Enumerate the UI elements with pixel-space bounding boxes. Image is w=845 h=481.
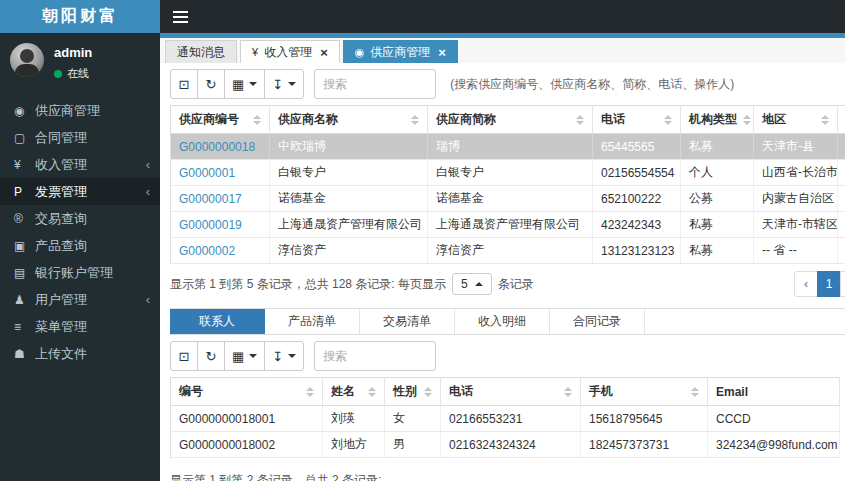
- sidebar-item-bank-accounts[interactable]: ▤ 银行账户管理: [0, 259, 160, 286]
- top-navbar: [160, 0, 845, 33]
- avatar[interactable]: [10, 43, 44, 77]
- sidebar-item-users[interactable]: ♟ 用户管理 ‹: [0, 286, 160, 313]
- supplier-code-link[interactable]: G0000001: [179, 166, 235, 180]
- sort-icon: [306, 387, 314, 397]
- sidebar-item-transactions[interactable]: ® 交易查询: [0, 205, 160, 232]
- menu-lines-icon: ≡: [14, 320, 35, 334]
- cell-mobile: 15618795645: [581, 406, 708, 432]
- user-name: admin: [54, 45, 92, 60]
- supplier-code-link[interactable]: G00000019: [179, 218, 242, 232]
- column-header-contact-phone[interactable]: 电话: [441, 377, 581, 406]
- column-header-contact-code[interactable]: 编号: [170, 377, 323, 406]
- cell-org-type: 个人: [681, 160, 754, 186]
- export-button[interactable]: ↧: [264, 341, 304, 371]
- shield-icon: ☗: [14, 347, 35, 361]
- refresh-icon: ↻: [206, 77, 217, 92]
- column-header-mobile[interactable]: 手机: [581, 377, 708, 406]
- sidebar-item-suppliers[interactable]: ◉ 供应商管理: [0, 97, 160, 124]
- supplier-row[interactable]: G00000019 上海通晟资产管理有限公司 上海通晟资产管理有限公司 4232…: [170, 212, 845, 238]
- contact-row[interactable]: G0000000018001 刘瑛 女 02166553231 15618795…: [170, 406, 840, 432]
- cell-supplier-short-name: 白银专户: [428, 160, 593, 186]
- column-header-region[interactable]: 地区: [754, 105, 838, 134]
- tab-notifications[interactable]: 通知消息: [165, 40, 237, 63]
- columns-button[interactable]: ▦: [224, 341, 265, 371]
- column-header-phone[interactable]: 电话: [593, 105, 681, 134]
- column-header-supplier-code[interactable]: 供应商编号: [170, 105, 270, 134]
- cell-org-type: 公募: [681, 186, 754, 212]
- detail-tab-bar: 联系人 产品清单 交易清单 收入明细 合同记录: [170, 308, 845, 335]
- sidebar-item-upload[interactable]: ☗ 上传文件: [0, 340, 160, 367]
- cell-email: 324234@998fund.com: [708, 432, 840, 458]
- cell-phone: 423242343: [593, 212, 681, 238]
- export-icon: ↧: [272, 77, 283, 92]
- contact-search-input[interactable]: [314, 341, 436, 371]
- app-window: 朝阳财富 admin 在线 ◉ 供应商管理 ▢ 合同管理 ¥ 收: [0, 0, 845, 481]
- detail-tab-products[interactable]: 产品清单: [265, 309, 360, 334]
- refresh-button[interactable]: ↻: [197, 341, 225, 371]
- column-header-email[interactable]: Email: [708, 377, 840, 406]
- export-button[interactable]: ↧: [264, 69, 304, 99]
- detail-tab-contracts[interactable]: 合同记录: [550, 309, 645, 334]
- brand-logo[interactable]: 朝阳财富: [0, 0, 160, 33]
- contact-pagination-info: 显示第 1 到第 2 条记录，总共 2 条记录:: [170, 472, 845, 481]
- column-header-supplier-short-name[interactable]: 供应商简称: [428, 105, 593, 134]
- contact-row[interactable]: G0000000018002 刘地方 男 0216324324324 18245…: [170, 432, 840, 458]
- close-icon[interactable]: ×: [320, 46, 328, 59]
- sidebar-item-menus[interactable]: ≡ 菜单管理: [0, 313, 160, 340]
- sidebar-item-label: 供应商管理: [35, 102, 100, 120]
- supplier-row[interactable]: G0000001 白银专户 白银专户 02156554554 个人 山西省-长治…: [170, 160, 845, 186]
- prev-page-button[interactable]: ‹: [794, 271, 818, 297]
- cell-operator: admin: [838, 212, 845, 238]
- sidebar-item-products[interactable]: ▣ 产品查询: [0, 232, 160, 259]
- column-header-gender[interactable]: 性别: [385, 377, 441, 406]
- contact-toolbar: ⊡ ↻ ▦ ↧: [170, 341, 845, 371]
- tab-suppliers[interactable]: ◉ 供应商管理 ×: [343, 40, 458, 63]
- supplier-code-link[interactable]: G0000000018: [179, 140, 255, 154]
- sidebar-item-invoices[interactable]: P 发票管理 ‹: [0, 178, 160, 205]
- column-header-supplier-name[interactable]: 供应商名称: [270, 105, 428, 134]
- cell-contact-name: 刘地方: [323, 432, 385, 458]
- supplier-code-link[interactable]: G0000002: [179, 244, 235, 258]
- hamburger-menu-icon[interactable]: [173, 11, 188, 23]
- toggle-view-button[interactable]: ⊡: [170, 341, 198, 371]
- supplier-row[interactable]: G0000000018 中欧瑞博 瑞博 65445565 私募 天津市-县 ad…: [170, 134, 845, 160]
- detail-tab-income[interactable]: 收入明细: [455, 309, 550, 334]
- page-size-dropdown[interactable]: 5: [452, 273, 492, 295]
- close-icon[interactable]: ×: [438, 46, 446, 59]
- sort-icon: [253, 115, 261, 125]
- sort-icon: [424, 387, 432, 397]
- file-icon: ▢: [14, 131, 35, 145]
- detail-tab-contacts[interactable]: 联系人: [170, 309, 265, 334]
- columns-button[interactable]: ▦: [224, 69, 265, 99]
- supplier-row[interactable]: G00000017 诺德基金 诺德基金 652100222 公募 内蒙古自治区 …: [170, 186, 845, 212]
- online-status-label: 在线: [67, 66, 89, 81]
- cell-contact-code: G0000000018002: [170, 432, 323, 458]
- sort-icon: [564, 387, 572, 397]
- cell-supplier-name: 中欧瑞博: [270, 134, 428, 160]
- card-view-icon: ⊡: [179, 349, 190, 364]
- supplier-table: 供应商编号 供应商名称 供应商简称 电话 机构类型 地区 操作人 G000000…: [170, 105, 845, 264]
- cell-contact-name: 刘瑛: [323, 406, 385, 432]
- toggle-view-button[interactable]: ⊡: [170, 69, 198, 99]
- column-header-operator[interactable]: 操作人: [838, 105, 845, 134]
- page-button-2[interactable]: 2: [840, 271, 845, 297]
- caret-down-icon: [288, 354, 296, 358]
- column-header-org-type[interactable]: 机构类型: [681, 105, 754, 134]
- supplier-row[interactable]: G0000002 淳信资产 淳信资产 13123123123 私募 -- 省 -…: [170, 238, 845, 264]
- sidebar-item-contracts[interactable]: ▢ 合同管理: [0, 124, 160, 151]
- cell-org-type: 私募: [681, 238, 754, 264]
- detail-tab-transactions[interactable]: 交易清单: [360, 309, 455, 334]
- cell-operator: admin: [838, 160, 845, 186]
- refresh-button[interactable]: ↻: [197, 69, 225, 99]
- page-button-1[interactable]: 1: [817, 271, 841, 297]
- supplier-search-input[interactable]: [314, 69, 436, 99]
- cell-supplier-short-name: 上海通晟资产管理有限公司: [428, 212, 593, 238]
- supplier-code-link[interactable]: G00000017: [179, 192, 242, 206]
- cell-supplier-name: 淳信资产: [270, 238, 428, 264]
- column-header-contact-name[interactable]: 姓名: [323, 377, 385, 406]
- sidebar-item-income[interactable]: ¥ 收入管理 ‹: [0, 151, 160, 178]
- registered-circle-icon: ®: [14, 212, 35, 226]
- sort-icon: [411, 115, 419, 125]
- chevron-left-icon: ‹: [146, 292, 150, 307]
- tab-income[interactable]: ¥ 收入管理 ×: [240, 40, 340, 63]
